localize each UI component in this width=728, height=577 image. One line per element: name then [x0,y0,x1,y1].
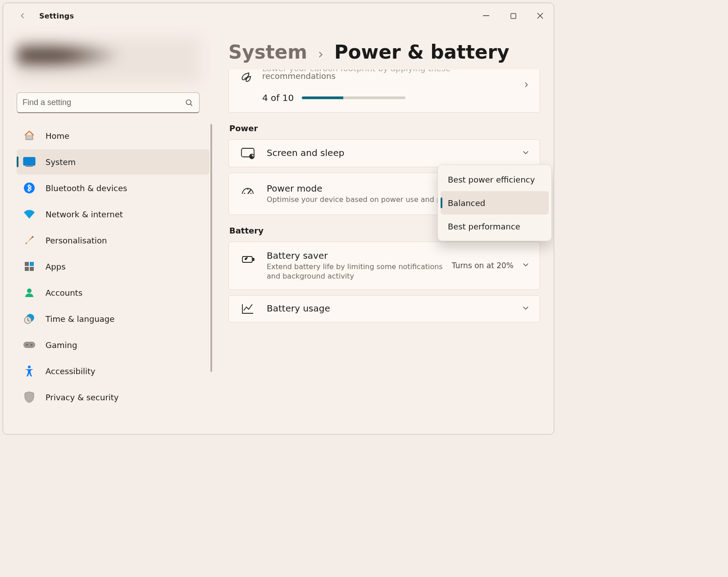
screen-and-sleep-row[interactable]: Screen and sleep [228,139,540,167]
nav-item-bluetooth[interactable]: Bluetooth & devices [17,175,209,201]
energy-description-line1: Lower your carbon footprint by applying … [262,69,523,73]
left-pane: Home System Bluetooth & devices [3,28,215,431]
home-icon [23,129,36,142]
clock-globe-icon [23,312,36,325]
nav-item-label: Home [46,131,69,141]
nav-item-accessibility[interactable]: Accessibility [17,358,209,384]
svg-rect-3 [23,157,35,165]
gauge-icon [239,186,257,197]
svg-point-6 [24,183,35,193]
nav-item-label: Personalisation [46,236,107,245]
maximize-button[interactable] [500,5,527,26]
gamepad-icon [23,339,36,351]
nav-item-label: Accessibility [46,366,96,376]
nav-item-label: Privacy & security [46,393,119,402]
svg-point-17 [28,366,31,368]
option-label: Best power efficiency [448,175,535,184]
main-content: System › Power & battery Lower your carb… [215,28,554,431]
section-header-power: Power [229,124,540,133]
back-arrow-icon [19,12,27,20]
minimize-button[interactable] [473,5,500,26]
power-mode-option-efficiency[interactable]: Best power efficiency [441,168,549,191]
option-label: Balanced [448,198,485,208]
energy-progress-label: 4 of 10 [262,92,294,103]
svg-rect-7 [25,262,29,266]
svg-rect-21 [253,258,254,261]
chart-icon [239,303,257,315]
svg-rect-0 [483,15,489,16]
svg-rect-1 [510,13,515,18]
chevron-right-icon: › [318,46,323,62]
search-input[interactable] [23,98,185,107]
nav-item-home[interactable]: Home [17,123,209,148]
nav-list: Home System Bluetooth & devices [17,123,209,410]
power-mode-option-balanced[interactable]: Balanced [441,191,549,215]
page-title: Power & battery [334,41,510,63]
svg-point-2 [186,100,191,105]
svg-rect-10 [30,267,34,271]
nav-item-label: System [46,157,76,167]
maximize-icon [510,13,516,19]
battery-leaf-icon [239,254,257,265]
nav-item-accounts[interactable]: Accounts [17,280,209,305]
person-icon [23,286,36,299]
energy-recommendations-card[interactable]: Lower your carbon footprint by applying … [228,69,540,113]
svg-rect-8 [30,262,34,266]
svg-point-16 [31,344,32,345]
screen-icon [239,147,257,160]
system-icon [23,156,36,168]
chevron-down-icon [522,304,530,314]
nav-item-privacy[interactable]: Privacy & security [17,385,209,410]
apps-icon [23,260,36,273]
nav-item-time-language[interactable]: Time & language [17,306,209,331]
wifi-icon [23,208,36,220]
titlebar: Settings [3,3,554,28]
user-account-area[interactable] [17,37,200,82]
accessibility-icon [23,365,36,377]
paintbrush-icon [23,234,36,247]
nav-item-label: Bluetooth & devices [46,183,127,193]
battery-usage-row[interactable]: Battery usage [228,295,540,322]
card-subtitle: Extend battery life by limiting some not… [267,262,452,281]
close-button[interactable] [527,5,554,26]
option-label: Best performance [448,222,520,231]
nav-item-network[interactable]: Network & internet [17,201,209,227]
svg-point-15 [26,344,27,345]
breadcrumb-parent[interactable]: System [228,41,307,63]
svg-rect-14 [23,342,35,348]
nav-scrollbar[interactable] [210,124,212,372]
nav-item-gaming[interactable]: Gaming [17,332,209,357]
search-box[interactable] [17,92,200,113]
power-mode-option-performance[interactable]: Best performance [441,215,549,238]
close-icon [537,13,543,19]
leaf-icon [239,71,252,86]
energy-progress-bar [302,96,405,99]
nav-item-label: Apps [46,262,66,271]
window-controls [473,5,554,26]
bluetooth-icon [23,182,36,194]
battery-saver-value: Turns on at 20% [452,261,514,270]
chevron-down-icon [522,261,530,270]
battery-saver-row[interactable]: Battery saver Extend battery life by lim… [228,242,540,290]
app-title: Settings [39,12,74,20]
power-mode-dropdown: Best power efficiency Balanced Best perf… [437,165,552,241]
card-title: Battery usage [267,303,522,314]
nav-item-label: Gaming [46,340,77,350]
nav-item-label: Time & language [46,314,114,324]
nav-item-label: Network & internet [46,210,123,219]
settings-window: Settings [3,3,554,435]
minimize-icon [483,13,489,19]
svg-point-11 [27,288,32,293]
chevron-right-icon [523,81,530,90]
nav-item-label: Accounts [46,288,82,298]
shield-icon [23,391,36,403]
back-button[interactable] [15,8,31,24]
svg-rect-5 [26,166,33,167]
breadcrumb: System › Power & battery [228,41,540,63]
nav-item-system[interactable]: System [17,149,209,174]
nav-item-personalisation[interactable]: Personalisation [17,228,209,253]
nav-item-apps[interactable]: Apps [17,254,209,279]
chevron-down-icon [522,148,530,158]
card-title: Screen and sleep [267,147,522,158]
svg-rect-9 [25,267,29,271]
